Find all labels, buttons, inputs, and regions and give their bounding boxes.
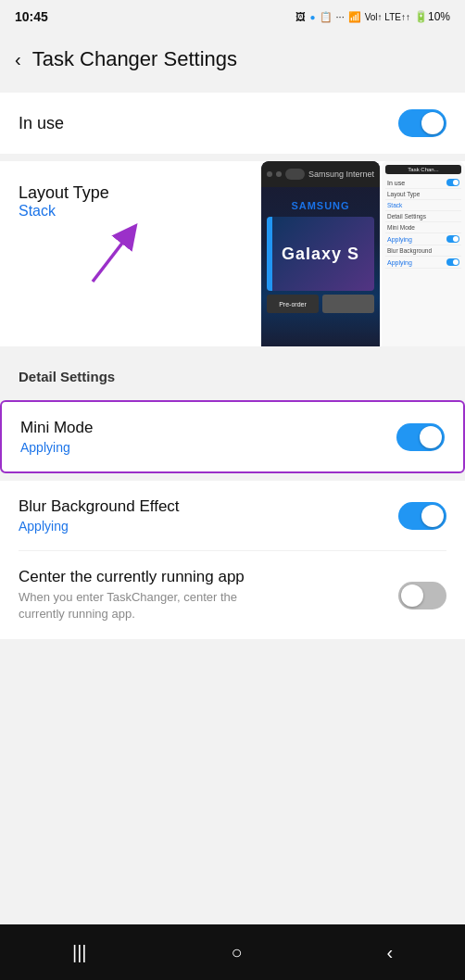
status-icons: 🖼 ● 📋 ··· 📶 Vol↑ LTE↑↑ 🔋10% [295, 10, 450, 23]
center-app-row: Center the currently running app When yo… [0, 551, 465, 639]
mockup-side: Task Chan... In use Layout Type Stack De… [382, 161, 465, 346]
side-row-mini: Mini Mode [385, 222, 461, 233]
browser-url-bar [285, 169, 305, 180]
side-row-stack: Stack [385, 200, 461, 211]
mockup-hero: Galaxy S [267, 217, 374, 291]
mini-mode-inner: Mini Mode Applying [20, 419, 93, 455]
side-header: Task Chan... [385, 165, 461, 174]
back-nav-button[interactable]: ‹ [368, 935, 411, 971]
mini-toggle-mini [446, 235, 459, 243]
side-inuse-label: In use [387, 180, 405, 186]
side-applying1: Applying [387, 236, 412, 243]
blur-bg-card: Blur Background Effect Applying Center t… [0, 481, 465, 639]
header: ‹ Task Changer Settings [0, 33, 465, 85]
blur-bg-inner: Blur Background Effect Applying [19, 497, 180, 534]
mini-mode-sublabel: Applying [20, 440, 93, 455]
mini-toggle-thumb [420, 426, 442, 448]
clipboard-icon: 📋 [320, 11, 333, 23]
blur-bg-sublabel: Applying [19, 519, 180, 534]
page-title: Task Changer Settings [32, 47, 237, 71]
status-bar: 10:45 🖼 ● 📋 ··· 📶 Vol↑ LTE↑↑ 🔋10% [0, 0, 465, 33]
center-app-toggle[interactable] [398, 582, 446, 609]
btn1: Pre-order [267, 295, 319, 313]
layout-type-card: Layout Type Stack [0, 161, 465, 346]
signal-icon: Vol↑ LTE↑↑ [365, 12, 410, 22]
side-row-blur: Blur Background [385, 245, 461, 257]
status-time: 10:45 [15, 9, 48, 24]
bottom-nav: ||| ○ ‹ [0, 924, 465, 980]
center-toggle-thumb [401, 584, 423, 607]
mini-toggle-blur [446, 258, 459, 266]
mockup-footer: Pre-order [267, 295, 374, 313]
side-row-layout: Layout Type [385, 189, 461, 200]
in-use-label: In use [19, 114, 64, 133]
back-button[interactable]: ‹ [15, 49, 21, 70]
preview-area: Samsung Internet SAMSUNG Galaxy S Pre-o [261, 161, 465, 346]
galaxy-text: Galaxy S [282, 245, 359, 264]
preview-mockup: Samsung Internet SAMSUNG Galaxy S Pre-o [261, 161, 465, 346]
mockup-header: Samsung Internet [261, 161, 380, 187]
side-row-blur-toggle: Applying [385, 257, 461, 269]
blue-bar [267, 217, 272, 291]
center-app-inner: Center the currently running app When yo… [19, 568, 278, 622]
recent-apps-button[interactable]: ||| [54, 935, 106, 971]
btn1-text: Pre-order [279, 301, 307, 308]
arrow-container [74, 217, 148, 291]
blur-bg-row: Blur Background Effect Applying [0, 481, 465, 550]
more-icon: ··· [336, 11, 345, 22]
samsung-logo: SAMSUNG [291, 200, 349, 211]
side-row-mini-toggle: Applying [385, 233, 461, 245]
battery-icon: 🔋10% [414, 10, 450, 23]
side-row-detail: Detail Settings [385, 211, 461, 222]
camera-icon: 🖼 [295, 11, 306, 22]
mini-mode-card: Mini Mode Applying [0, 400, 465, 473]
mockup-main: Samsung Internet SAMSUNG Galaxy S Pre-o [261, 161, 380, 346]
browser-dot2 [276, 171, 282, 177]
dot-icon: ● [309, 12, 315, 22]
arrow-icon [74, 217, 148, 291]
toggle-thumb [421, 112, 444, 134]
side-applying2: Applying [387, 259, 412, 266]
mini-mode-row: Mini Mode Applying [2, 402, 463, 471]
browser-dot1 [267, 171, 272, 177]
blur-bg-label: Blur Background Effect [19, 497, 180, 516]
samsung-logo-area: SAMSUNG [267, 195, 374, 217]
center-app-desc: When you enter TaskChanger, center the c… [19, 589, 278, 622]
home-button[interactable]: ○ [212, 935, 260, 971]
btn2 [322, 295, 374, 313]
in-use-card: In use [0, 93, 465, 154]
wifi-icon: 📶 [348, 11, 361, 23]
blur-bg-toggle[interactable] [398, 502, 446, 530]
mini-mode-label: Mini Mode [20, 419, 93, 437]
mini-toggle-inuse [446, 179, 459, 186]
side-row-inuse: In use [385, 177, 461, 189]
layout-title-text: Layout Type [19, 183, 109, 202]
center-app-label: Center the currently running app [19, 568, 278, 586]
mockup-body: SAMSUNG Galaxy S Pre-order [261, 187, 380, 320]
content-area: In use Layout Type Stack [0, 85, 465, 924]
browser-label: Samsung Internet [308, 170, 374, 179]
in-use-toggle[interactable] [398, 109, 446, 137]
svg-line-0 [93, 233, 130, 282]
detail-settings-header: Detail Settings [0, 354, 465, 393]
mini-mode-toggle[interactable] [396, 423, 445, 451]
blur-toggle-thumb [421, 505, 444, 527]
detail-settings-title: Detail Settings [19, 369, 115, 384]
